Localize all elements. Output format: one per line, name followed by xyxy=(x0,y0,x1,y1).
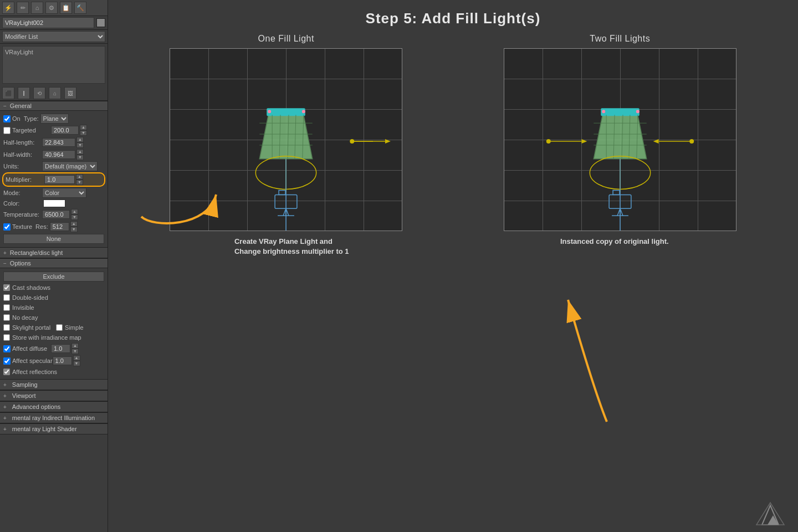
sampling-toggle: + xyxy=(3,382,7,388)
bottom-bar xyxy=(108,495,798,532)
res-value: 512 xyxy=(50,222,69,231)
affect-reflections-label: Affect reflections xyxy=(12,369,57,375)
multiplier-value[interactable]: 1.0 xyxy=(44,175,75,184)
affect-specular-label: Affect specular xyxy=(12,357,53,364)
multiplier-spinner[interactable]: ▲▼ xyxy=(76,174,83,185)
mental-ray-shader-toggle: + xyxy=(3,426,7,432)
half-width-spinner[interactable]: ▲▼ xyxy=(76,149,84,160)
viewport-section[interactable]: + Viewport xyxy=(0,390,108,401)
diagrams-row: One Fill Light xyxy=(108,34,798,495)
svg-rect-5 xyxy=(267,108,305,116)
modifier-list-select[interactable]: Modifier List xyxy=(2,31,105,42)
targeted-spinner[interactable]: ▲▼ xyxy=(80,125,87,136)
exclude-button[interactable]: Exclude xyxy=(3,272,104,282)
right-annotation-text: Instanced copy of original light. xyxy=(560,237,669,247)
units-label: Units: xyxy=(3,163,42,170)
affect-reflections-checkbox[interactable] xyxy=(3,369,10,375)
store-irradiance-checkbox[interactable] xyxy=(3,334,10,341)
multiplier-label: Multiplier: xyxy=(6,176,44,183)
main-content: Step 5: Add Fill Light(s) One Fill Light xyxy=(108,0,798,532)
svg-point-27 xyxy=(546,139,551,144)
toolbar-icon-1[interactable]: ⚡ xyxy=(2,2,14,14)
color-label: Color: xyxy=(3,200,42,207)
double-sided-checkbox[interactable] xyxy=(3,294,10,301)
left-diagram-label: One Fill Light xyxy=(258,34,314,44)
general-properties: On Type: Plane Targeted 200.0 ▲▼ Half-le… xyxy=(0,111,108,247)
targeted-value: 200.0 xyxy=(51,126,79,135)
left-viewport-grid xyxy=(170,48,402,231)
right-annotation-area: Instanced copy of original light. xyxy=(560,237,680,247)
svg-point-14 xyxy=(268,110,271,113)
color-row: Color: xyxy=(1,198,106,208)
mode-select[interactable]: Color xyxy=(42,188,86,198)
temperature-spinner[interactable]: ▲▼ xyxy=(71,209,78,220)
sub-icon-1[interactable]: ⬛ xyxy=(2,87,14,99)
color-swatch[interactable] xyxy=(43,200,65,207)
sub-icon-4[interactable]: ⌂ xyxy=(49,87,61,99)
affect-specular-checkbox[interactable] xyxy=(3,357,11,365)
half-length-spinner[interactable]: ▲▼ xyxy=(76,137,84,148)
affect-diffuse-spinner[interactable]: ▲▼ xyxy=(71,343,79,354)
temperature-value: 6500.0 xyxy=(42,210,70,219)
general-section-header[interactable]: − General xyxy=(0,101,108,111)
affect-diffuse-row: Affect diffuse 1.0 ▲▼ xyxy=(1,342,106,355)
right-diagram: Two Fill Lights xyxy=(453,34,787,495)
general-title: General xyxy=(10,103,32,109)
sampling-section[interactable]: + Sampling xyxy=(0,379,108,390)
sub-icon-5[interactable]: 🖼 xyxy=(64,87,76,99)
sub-icon-2[interactable]: I xyxy=(18,87,30,99)
advanced-options-section[interactable]: + Advanced options xyxy=(0,401,108,412)
targeted-checkbox[interactable] xyxy=(3,127,11,134)
sub-icon-3[interactable]: ⟲ xyxy=(33,87,45,99)
toolbar-icon-6[interactable]: 🔨 xyxy=(74,2,86,14)
texture-label: Texture xyxy=(12,223,32,230)
affect-reflections-row: Affect reflections xyxy=(1,367,106,377)
options-section-header[interactable]: − Options xyxy=(0,258,108,268)
toolbar-icon-4[interactable]: ⚙ xyxy=(45,2,58,14)
rectangle-disc-section[interactable]: + Rectangle/disc light xyxy=(0,247,108,258)
vraylight-box: VRayLight xyxy=(2,46,105,84)
affect-diffuse-checkbox[interactable] xyxy=(3,345,11,352)
store-irradiance-label: Store with irradiance map xyxy=(12,334,81,341)
toolbar-icon-5[interactable]: 📋 xyxy=(60,2,72,14)
svg-marker-29 xyxy=(653,139,658,144)
right-diagram-label: Two Fill Lights xyxy=(590,34,650,44)
viewport-toggle: + xyxy=(3,393,7,399)
multiplier-row: Multiplier: 1.0 ▲▼ xyxy=(2,172,105,187)
skylight-portal-checkbox[interactable] xyxy=(3,324,10,331)
svg-line-47 xyxy=(617,208,620,216)
res-spinner[interactable]: ▲▼ xyxy=(70,221,78,232)
simple-checkbox[interactable] xyxy=(56,324,63,331)
cast-shadows-checkbox[interactable] xyxy=(3,284,10,291)
type-select[interactable]: Plane xyxy=(40,114,69,124)
invisible-row: Invisible xyxy=(1,303,106,313)
no-decay-checkbox[interactable] xyxy=(3,314,10,321)
mental-ray-indirect-section[interactable]: + mental ray Indirect Illumination xyxy=(0,412,108,423)
on-checkbox[interactable] xyxy=(3,115,11,122)
object-color-box[interactable] xyxy=(96,18,105,27)
object-name-input[interactable] xyxy=(2,17,94,28)
toolbar-icon-2[interactable]: ✏ xyxy=(17,2,29,14)
half-length-label: Half-length: xyxy=(3,139,42,146)
bottom-logo xyxy=(754,500,787,528)
affect-specular-spinner[interactable]: ▲▼ xyxy=(73,355,80,366)
half-width-value: 40.964 xyxy=(42,150,75,159)
temperature-label: Temperature: xyxy=(3,211,42,218)
none-button[interactable]: None xyxy=(3,234,104,244)
svg-marker-26 xyxy=(581,139,587,144)
mental-ray-shader-section[interactable]: + mental ray Light Shader xyxy=(0,423,108,434)
main-title: Step 5: Add Fill Light(s) xyxy=(108,0,798,34)
units-select[interactable]: Default (image) xyxy=(42,161,98,171)
mental-ray-shader-title: mental ray Light Shader xyxy=(12,426,77,432)
temperature-row: Temperature: 6500.0 ▲▼ xyxy=(1,208,106,221)
texture-checkbox[interactable] xyxy=(3,223,11,231)
res-label: Res: xyxy=(35,223,48,230)
svg-point-42 xyxy=(636,110,640,113)
double-sided-row: Double-sided xyxy=(1,293,106,303)
half-length-row: Half-length: 22.843 ▲▼ xyxy=(1,136,106,149)
simple-label: Simple xyxy=(65,324,84,331)
invisible-checkbox[interactable] xyxy=(3,304,10,311)
sub-toolbar: ⬛ I ⟲ ⌂ 🖼 xyxy=(0,86,108,101)
toolbar-icon-3[interactable]: ⌂ xyxy=(31,2,43,14)
vraylight-label: VRayLight xyxy=(5,49,33,55)
